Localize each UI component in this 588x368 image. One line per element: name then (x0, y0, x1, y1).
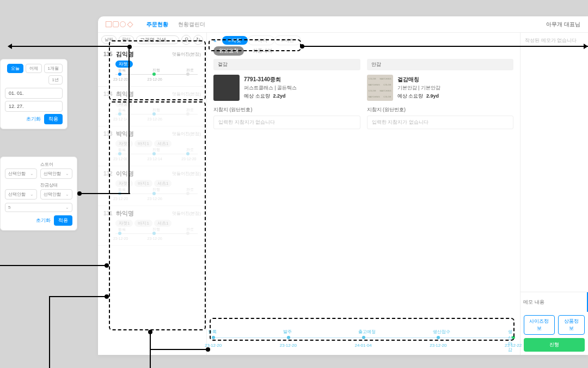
lining-usage: 예상 소요량2.9yd (397, 93, 440, 100)
order-item[interactable]: 131하익명멋들어진(본점)자켓1바지1셔츠1등록23·12·20진행23·12… (98, 206, 206, 246)
ref-input[interactable]: 입력한 지참지가 없습니다 (367, 116, 514, 129)
order-timeline: 등록23·12·20발주23·12·20출고예정24·01·04생산접수23·1… (213, 331, 513, 351)
fabric-usage: 예상 소요량2.2yd (244, 93, 297, 100)
ref-label: 지참지 (원단번호) (213, 106, 360, 113)
date-popover: 오늘어제1개월1년 01. 01. 12. 27. 초기화 적용 (0, 59, 68, 129)
order-store: 멋들어진(본점) (172, 51, 201, 57)
reset-button[interactable]: 초기화 (26, 114, 41, 124)
lining-panel: 안감 COLORMATCHINGMATCHINGCOLORCOLORMATCHI… (367, 59, 514, 129)
date-to[interactable]: 12. 27. (5, 101, 63, 112)
order-tag: 자켓1 (115, 220, 133, 227)
order-customer: 이익명 (116, 170, 134, 178)
ref-input[interactable]: 입력한 지참지가 없습니다 (213, 116, 360, 129)
select-1[interactable]: 선택안함⌄ (5, 168, 37, 179)
panel-title: 겉감 (213, 59, 360, 70)
memo-input[interactable] (520, 292, 587, 312)
filter-popover: 선택안함⌄ 스토어선택안함⌄ 선택안함⌄ 잔금상태선택안함⌄ 5⌄ 초기화 적용 (0, 156, 77, 231)
order-customer: 김익명 (116, 50, 134, 58)
orders-list: 135김익명멋들어진(본점)자켓1등록23·12·20진행23·12·26완료1… (98, 47, 206, 355)
tab-orders[interactable]: 주문현황 (146, 21, 168, 28)
date-preset[interactable]: 오늘 (7, 64, 23, 73)
size-info-button[interactable]: 사이즈정보 (524, 315, 555, 335)
search-input[interactable] (136, 35, 179, 44)
main-tabs: 주문현황 현황캘린더 (146, 21, 205, 28)
order-customer: 최익명 (116, 90, 134, 98)
category-pill[interactable]: #셔츠 (274, 35, 301, 45)
filter-bar: 날짜 필터 ⚲ ↻ (98, 33, 206, 47)
date-filter-pill[interactable]: 날짜 (101, 35, 117, 44)
fabric-swatch (213, 75, 240, 101)
order-store: 멋들어진(본점) (172, 131, 201, 137)
order-id: 131 (103, 210, 113, 216)
fabric-name: 7791-3140중회 (244, 76, 297, 83)
order-tag: 자켓1 (115, 180, 133, 187)
select-3[interactable]: 선택안함⌄ (5, 189, 37, 200)
search-icon[interactable]: ⚲ (181, 35, 191, 45)
order-id: 134 (103, 91, 113, 97)
user-label: 아무개 대표님 (546, 21, 580, 28)
order-item[interactable]: 134최익명멋들어진(본점)자켓1등록23·12·14진행23·12·26완료 (98, 87, 206, 126)
date-preset[interactable]: 어제 (26, 64, 42, 73)
order-id: 133 (103, 131, 113, 137)
order-store: 멋들어진(본점) (172, 91, 201, 97)
refresh-icon[interactable]: ↻ (193, 35, 203, 45)
order-tag: 자켓1 (115, 100, 133, 107)
subtab[interactable]: 원단요척 (213, 46, 244, 56)
order-tag: 바지1 (134, 220, 152, 227)
order-tag: 바지1 (134, 180, 152, 187)
apply-button[interactable]: 적용 (44, 114, 63, 124)
order-id: 135 (103, 51, 113, 57)
order-customer: 박익명 (116, 130, 134, 138)
category-pill[interactable]: #바지 (248, 35, 274, 45)
select-payment[interactable]: 선택안함⌄ (40, 189, 72, 200)
panel-title: 안감 (367, 59, 514, 70)
order-tag: 자켓1 (115, 140, 133, 147)
topbar: 주문현황 현황캘린더 아무개 대표님 (98, 16, 588, 33)
category-tabs: « #자켓#바지#셔츠 (207, 33, 520, 46)
order-store: 멋들어진(본점) (172, 210, 201, 216)
sub-tabs: 원단요척최종내역 (207, 46, 520, 59)
order-tag: 자켓1 (115, 61, 133, 68)
workspace: 날짜 필터 ⚲ ↻ 135김익명멋들어진(본점)자켓1등록23·12·20진행2… (98, 33, 588, 355)
ref-label: 지참지 (원단번호) (367, 106, 514, 113)
filter-pill[interactable]: 필터 (119, 35, 134, 44)
memo-empty: 작성된 메모가 없습니다 (520, 33, 588, 292)
order-id: 132 (103, 171, 113, 177)
order-tag: 바지1 (134, 140, 152, 147)
reset-button[interactable]: 초기화 (36, 215, 51, 226)
lining-supplier: 기본안감 | 기본안감 (397, 85, 440, 92)
detail-content: 겉감 7791-3140중회 퍼스트클래스 | 골든텍스 예상 소요량2.2yd… (207, 59, 520, 355)
order-item[interactable]: 135김익명멋들어진(본점)자켓1등록23·12·20진행23·12·26완료 (98, 47, 206, 87)
order-store: 멋들어진(본점) (172, 171, 201, 177)
app-window: 주문현황 현황캘린더 아무개 대표님 날짜 필터 ⚲ ↻ 135김익명멋들어진(… (98, 16, 588, 355)
select-store[interactable]: 선택안함⌄ (40, 168, 72, 179)
category-pill[interactable]: #자켓 (222, 36, 248, 45)
date-preset[interactable]: 1개월 (44, 64, 63, 73)
logo (106, 21, 133, 27)
number-select[interactable]: 5⌄ (5, 203, 72, 212)
order-tag: 셔츠1 (154, 220, 171, 227)
date-from[interactable]: 01. 01. (5, 88, 63, 99)
tab-calendar[interactable]: 현황캘린더 (178, 21, 205, 28)
orders-column: 날짜 필터 ⚲ ↻ 135김익명멋들어진(본점)자켓1등록23·12·20진행2… (98, 33, 207, 355)
order-tag: 셔츠1 (154, 180, 171, 187)
detail-column: « #자켓#바지#셔츠 원단요척최종내역 겉감 7791-3140중회 퍼스트클… (207, 33, 520, 355)
order-item[interactable]: 132이익명멋들어진(본점)자켓1바지1셔츠1등록23·12·20진행23·12… (98, 166, 206, 206)
fabric-supplier: 퍼스트클래스 | 골든텍스 (244, 85, 297, 92)
order-customer: 하익명 (116, 209, 134, 218)
subtab[interactable]: 최종내역 (247, 46, 278, 56)
collapse-icon[interactable]: « (213, 38, 217, 44)
product-info-button[interactable]: 상품정보 (558, 315, 585, 335)
outer-fabric-panel: 겉감 7791-3140중회 퍼스트클래스 | 골든텍스 예상 소요량2.2yd… (213, 59, 360, 129)
date-preset[interactable]: 1년 (48, 75, 63, 85)
proceed-button[interactable]: 진행 (524, 338, 585, 352)
order-item[interactable]: 133박익명멋들어진(본점)자켓1바지1셔츠1등록23·12·08진행23·12… (98, 126, 206, 166)
apply-button[interactable]: 적용 (54, 215, 72, 226)
lining-name: 겉감매칭 (397, 76, 440, 83)
memo-column: 작성된 메모가 없습니다 입력 사이즈정보 상품정보 진행 (520, 33, 588, 355)
order-tag: 셔츠1 (154, 140, 171, 147)
lining-swatch: COLORMATCHINGMATCHINGCOLORCOLORMATCHINGM… (367, 75, 393, 101)
